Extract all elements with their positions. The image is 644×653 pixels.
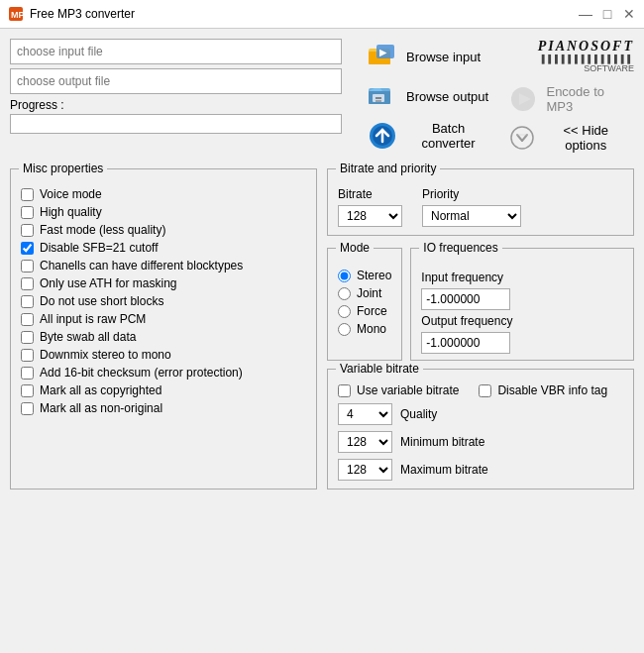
copyrighted-checkbox[interactable] bbox=[21, 384, 34, 397]
batch-icon bbox=[367, 120, 398, 152]
non-original-checkbox[interactable] bbox=[21, 402, 34, 415]
ath-checkbox[interactable] bbox=[21, 277, 34, 290]
priority-select[interactable]: Normal Low High Realtime bbox=[422, 205, 521, 227]
window-controls: — □ ✕ bbox=[579, 7, 636, 21]
app-icon: MP3 bbox=[8, 6, 24, 22]
browse-output-label: Browse output bbox=[406, 89, 488, 104]
output-file-row bbox=[10, 68, 347, 94]
list-item: All input is raw PCM bbox=[21, 310, 306, 328]
quality-select[interactable]: 4 1 2 3 5 bbox=[338, 403, 392, 425]
list-item: Only use ATH for masking bbox=[21, 274, 306, 292]
list-item: Downmix stereo to mono bbox=[21, 346, 306, 364]
raw-pcm-label: All input is raw PCM bbox=[40, 312, 146, 326]
short-blocks-checkbox[interactable] bbox=[21, 295, 34, 308]
priority-group: Priority Normal Low High Realtime bbox=[422, 187, 521, 227]
list-item: Mark all as copyrighted bbox=[21, 381, 306, 399]
disable-vbr-item: Disable VBR info tag bbox=[479, 383, 607, 397]
chanells-checkbox[interactable] bbox=[21, 260, 34, 272]
mono-radio[interactable] bbox=[338, 323, 351, 336]
list-item: Voice mode bbox=[21, 185, 306, 203]
input-file-row bbox=[10, 39, 347, 64]
browse-output-button[interactable]: Browse output bbox=[363, 78, 494, 114]
pianosoft-subtitle: SOFTWARE bbox=[538, 63, 634, 73]
top-section: Progress : ▶ Browse input bbox=[10, 39, 634, 155]
bitrate-priority-title: Bitrate and priority bbox=[336, 162, 440, 175]
window-title: Free MP3 converter bbox=[30, 7, 579, 21]
vbr-top: Use variable bitrate Disable VBR info ta… bbox=[338, 380, 623, 397]
disable-vbr-label: Disable VBR info tag bbox=[497, 383, 607, 397]
mode-io-section: Mode Stereo Joint Force bbox=[327, 248, 634, 361]
variable-bitrate-group: Variable bitrate Use variable bitrate Di… bbox=[327, 369, 634, 490]
close-button[interactable]: ✕ bbox=[622, 7, 636, 21]
bitrate-select[interactable]: 128 64 96 192 256 320 bbox=[338, 205, 402, 227]
list-item: Mark all as non-original bbox=[21, 399, 306, 417]
list-item: Chanells can have different blocktypes bbox=[21, 257, 306, 274]
force-label: Force bbox=[357, 304, 387, 318]
encode-icon bbox=[508, 83, 538, 115]
main-content: Progress : ▶ Browse input bbox=[0, 29, 644, 499]
batch-converter-button[interactable]: Batch converter bbox=[363, 118, 494, 154]
browse-output-icon bbox=[367, 80, 398, 112]
list-item: Joint bbox=[338, 284, 391, 302]
hide-options-button[interactable]: << Hide options bbox=[504, 121, 634, 155]
output-file-field[interactable] bbox=[10, 68, 342, 94]
byte-swab-label: Byte swab all data bbox=[40, 330, 136, 344]
encode-button[interactable]: Encode to MP3 bbox=[504, 81, 634, 117]
list-item: Add 16-bit checksum (error protection) bbox=[21, 364, 306, 381]
file-inputs: Progress : bbox=[10, 39, 347, 134]
svg-text:▶: ▶ bbox=[379, 48, 387, 57]
input-freq-field[interactable] bbox=[421, 288, 510, 310]
use-vbr-checkbox[interactable] bbox=[338, 384, 351, 397]
joint-label: Joint bbox=[357, 286, 381, 300]
copyrighted-label: Mark all as copyrighted bbox=[40, 383, 161, 397]
progress-label: Progress : bbox=[10, 98, 347, 112]
misc-properties-title: Misc properties bbox=[19, 162, 107, 175]
downmix-label: Downmix stereo to mono bbox=[40, 348, 171, 362]
force-radio[interactable] bbox=[338, 305, 351, 318]
use-vbr-label: Use variable bitrate bbox=[357, 383, 459, 397]
fast-mode-checkbox[interactable] bbox=[21, 224, 34, 237]
joint-radio[interactable] bbox=[338, 287, 351, 300]
short-blocks-label: Do not use short blocks bbox=[40, 294, 163, 308]
maximize-button[interactable]: □ bbox=[600, 7, 614, 21]
io-frequencies-title: IO frequences bbox=[419, 241, 501, 255]
progress-bar bbox=[10, 114, 342, 134]
non-original-label: Mark all as non-original bbox=[40, 401, 162, 415]
max-bitrate-select[interactable]: 128 64 96 192 256 320 bbox=[338, 459, 392, 481]
list-item: Disable SFB=21 cutoff bbox=[21, 239, 306, 257]
high-quality-checkbox[interactable] bbox=[21, 206, 34, 219]
action-buttons: ▶ Browse input Browse ou bbox=[363, 39, 494, 154]
hide-options-icon bbox=[508, 124, 536, 152]
min-bitrate-select[interactable]: 128 64 96 192 bbox=[338, 431, 392, 453]
max-bitrate-label: Maximum bitrate bbox=[400, 463, 489, 477]
stereo-radio[interactable] bbox=[338, 270, 351, 282]
fast-mode-label: Fast mode (less quality) bbox=[40, 223, 165, 237]
pianosoft-bars: ▌▌▌▌▌▌▌▌▌▌▌▌▌▌ bbox=[538, 54, 634, 63]
browse-input-button[interactable]: ▶ Browse input bbox=[363, 39, 494, 74]
list-item: High quality bbox=[21, 203, 306, 221]
use-vbr-item: Use variable bitrate bbox=[338, 383, 459, 397]
voice-mode-checkbox[interactable] bbox=[21, 188, 34, 201]
disable-sfb-label: Disable SFB=21 cutoff bbox=[40, 241, 159, 255]
disable-sfb-checkbox[interactable] bbox=[21, 242, 34, 255]
svg-line-18 bbox=[517, 135, 522, 141]
voice-mode-label: Voice mode bbox=[40, 187, 102, 201]
minimize-button[interactable]: — bbox=[579, 7, 592, 21]
raw-pcm-checkbox[interactable] bbox=[21, 313, 34, 326]
right-controls: PIANOSOFT ▌▌▌▌▌▌▌▌▌▌▌▌▌▌ SOFTWARE Encode… bbox=[504, 39, 634, 155]
priority-label: Priority bbox=[422, 187, 521, 201]
quality-row: 4 1 2 3 5 Quality bbox=[338, 403, 623, 425]
input-file-field[interactable] bbox=[10, 39, 342, 64]
byte-swab-checkbox[interactable] bbox=[21, 331, 34, 344]
mode-radios: Stereo Joint Force Mono bbox=[338, 263, 391, 338]
list-item: Do not use short blocks bbox=[21, 292, 306, 310]
batch-converter-label: Batch converter bbox=[406, 121, 490, 151]
disable-vbr-checkbox[interactable] bbox=[479, 384, 491, 397]
quality-label: Quality bbox=[400, 407, 489, 421]
downmix-checkbox[interactable] bbox=[21, 349, 34, 362]
mono-label: Mono bbox=[357, 322, 386, 336]
pianosoft-name: PIANOSOFT bbox=[538, 39, 634, 54]
output-freq-field[interactable] bbox=[421, 332, 510, 354]
browse-input-label: Browse input bbox=[406, 50, 481, 64]
checksum-checkbox[interactable] bbox=[21, 367, 34, 380]
